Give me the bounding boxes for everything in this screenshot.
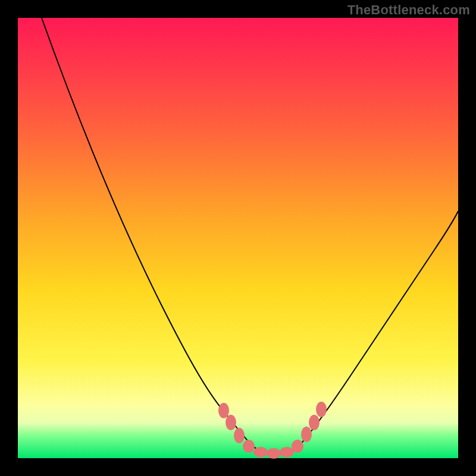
chart-frame: TheBottleneck.com xyxy=(0,0,476,476)
marker-dot xyxy=(301,427,312,442)
chart-plot-area xyxy=(18,18,458,458)
curve-left-branch xyxy=(42,18,253,446)
marker-dot xyxy=(253,447,268,458)
marker-dot xyxy=(234,428,245,443)
marker-dot xyxy=(218,403,229,418)
valley-markers xyxy=(218,402,327,459)
marker-dot xyxy=(243,440,255,453)
watermark-text: TheBottleneck.com xyxy=(347,2,470,18)
marker-dot xyxy=(292,440,303,453)
marker-dot xyxy=(280,447,294,458)
marker-dot xyxy=(309,415,320,430)
marker-dot xyxy=(267,448,281,459)
marker-dot xyxy=(226,415,236,430)
marker-dot xyxy=(316,402,327,417)
bottleneck-curve xyxy=(18,18,458,458)
